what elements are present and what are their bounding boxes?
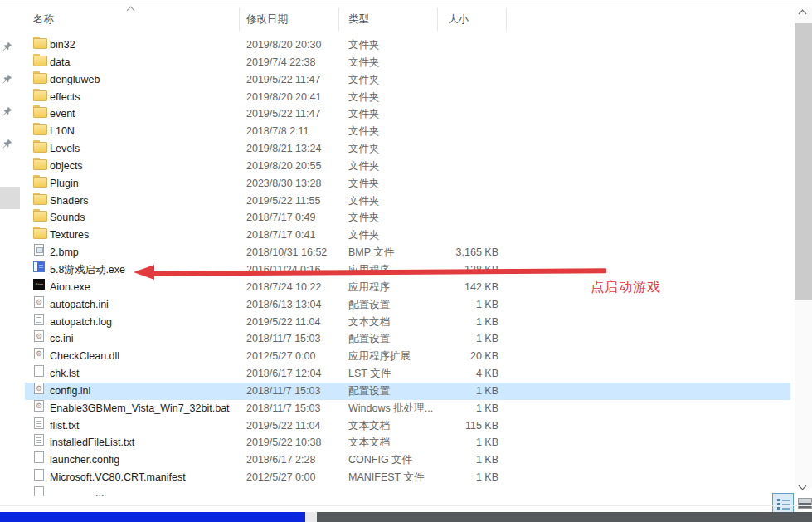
file-row[interactable]: CheckClean.dll 2012/5/27 0:00 应用程序扩展 20 … (25, 348, 790, 365)
file-row[interactable]: dengluweb 2019/5/22 11:47 文件夹 (25, 71, 790, 89)
details-view-button[interactable] (772, 493, 794, 514)
file-date: 2018/7/8 2:11 (246, 123, 309, 140)
file-date: 2023/8/30 13:28 (246, 175, 321, 193)
file-date: 2018/11/7 15:03 (246, 330, 320, 348)
file-name: Sounds (50, 209, 85, 227)
column-header-name[interactable]: 名称 (33, 12, 54, 27)
file-type: 文件夹 (348, 54, 380, 71)
column-header-date[interactable]: 修改日期 (246, 12, 288, 27)
file-row[interactable]: 2.bmp 2018/10/31 16:52 BMP 文件 3,165 KB (25, 244, 790, 261)
file-type: 文件夹 (348, 105, 380, 123)
pushpin-icon (2, 41, 12, 52)
file-row[interactable]: chk.lst 2018/6/17 12:04 LST 文件 4 KB (25, 365, 790, 383)
file-type: 文件夹 (348, 193, 380, 210)
file-name: Aion.exe (50, 279, 90, 296)
file-date: 2019/5/22 11:47 (246, 105, 320, 123)
file-row[interactable]: flist.txt 2019/5/22 11:04 文本文档 115 KB (25, 417, 790, 435)
textdoc-file-icon (34, 417, 44, 429)
file-date: 2019/5/22 11:04 (246, 314, 320, 331)
file-row[interactable]: Sounds 2018/7/17 0:49 文件夹 (25, 209, 790, 227)
file-type: 文件夹 (348, 37, 380, 54)
file-name: flist.txt (50, 417, 79, 435)
taskbar-blue-segment[interactable] (0, 512, 305, 522)
gear-file-icon (34, 400, 44, 412)
folder-file-icon (33, 37, 46, 48)
column-header-row: 名称 修改日期 类型 大小 (0, 7, 792, 32)
file-row[interactable]: ... (25, 486, 790, 496)
column-header-type[interactable]: 类型 (348, 12, 369, 27)
file-date: 2018/6/17 2:28 (246, 451, 315, 469)
file-type: 应用程序 (348, 279, 390, 296)
file-date: 2018/7/17 0:41 (246, 227, 315, 244)
annotation-label: 点启动游戏 (591, 279, 661, 296)
file-row[interactable]: event 2019/5/22 11:47 文件夹 (25, 105, 790, 123)
file-type: Windows 批处理... (348, 400, 433, 417)
file-row[interactable]: Plugin 2023/8/30 13:28 文件夹 (25, 175, 790, 193)
file-row[interactable]: Aion.exe 2018/7/24 10:22 应用程序 142 KB (25, 279, 790, 296)
file-row[interactable]: Shaders 2019/5/22 11:55 文件夹 (25, 193, 790, 210)
file-name: L10N (50, 123, 75, 140)
file-date: 2019/8/21 13:24 (246, 140, 321, 158)
image-file-icon (34, 244, 44, 256)
page-file-icon (34, 486, 44, 496)
file-row[interactable]: installedFileList.txt 2019/5/22 10:38 文本… (25, 434, 790, 451)
file-type: 文件夹 (348, 89, 380, 106)
file-name: event (50, 105, 75, 123)
file-row[interactable]: effects 2019/8/20 20:41 文件夹 (25, 89, 790, 106)
file-date: 2018/10/31 16:52 (246, 244, 327, 261)
folder-file-icon (33, 175, 46, 187)
file-name: Textures (50, 227, 89, 244)
file-type: 文件夹 (348, 123, 380, 140)
app-aion-file-icon (33, 279, 45, 290)
file-size: 1 KB (476, 314, 498, 331)
thumbnails-view-button[interactable] (798, 498, 812, 509)
textdoc-file-icon (34, 314, 44, 325)
file-row[interactable]: launcher.config 2018/6/17 2:28 CONFIG 文件… (25, 451, 790, 469)
app-blue-file-icon (33, 261, 45, 272)
file-type: 文件夹 (348, 175, 380, 193)
file-name: objects (50, 158, 83, 175)
file-row[interactable]: Enable3GBMem_Vista_Win7_32bit.bat 2018/1… (25, 400, 790, 417)
taskbar-light-segment (305, 512, 317, 522)
file-row[interactable]: data 2019/7/4 22:38 文件夹 (25, 54, 790, 71)
column-separator[interactable] (338, 7, 339, 31)
file-size: 1 KB (476, 434, 498, 451)
file-type: 文本文档 (348, 417, 390, 435)
file-type: CONFIG 文件 (348, 451, 412, 469)
file-name: autopatch.ini (50, 296, 109, 314)
file-type: BMP 文件 (348, 244, 394, 261)
column-separator[interactable] (239, 7, 240, 31)
file-row[interactable]: autopatch.ini 2018/6/13 13:04 配置设置 1 KB (25, 296, 790, 314)
gear-file-icon (34, 383, 44, 394)
file-name: CheckClean.dll (50, 348, 119, 365)
file-name: bin32 (50, 37, 75, 54)
file-size: 1 KB (476, 383, 498, 400)
file-row[interactable]: autopatch.log 2019/5/22 11:04 文本文档 1 KB (25, 314, 790, 331)
vertical-scrollbar-thumb[interactable] (795, 23, 812, 300)
textdoc-file-icon (34, 434, 44, 446)
file-name: Levels (50, 140, 80, 158)
file-date: 2012/5/27 0:00 (246, 348, 315, 365)
column-separator[interactable] (437, 7, 438, 31)
folder-file-icon (33, 158, 46, 169)
file-row[interactable]: Microsoft.VC80.CRT.manifest 2012/5/27 0:… (25, 469, 790, 486)
file-date: 2019/8/20 20:55 (246, 158, 321, 175)
file-row[interactable]: Textures 2018/7/17 0:41 文件夹 (25, 227, 790, 244)
pushpin-icon (2, 139, 12, 149)
file-row[interactable]: cc.ini 2018/11/7 15:03 配置设置 1 KB (25, 330, 790, 348)
file-row[interactable]: L10N 2018/7/8 2:11 文件夹 (25, 123, 790, 140)
column-separator[interactable] (506, 7, 507, 31)
file-date: 2018/11/7 15:03 (246, 400, 320, 417)
column-header-size[interactable]: 大小 (448, 12, 469, 27)
folder-file-icon (33, 227, 46, 238)
file-date: 2019/8/20 20:41 (246, 89, 321, 106)
file-row[interactable]: bin32 2019/8/20 20:30 文件夹 (25, 37, 790, 54)
page-file-icon (34, 365, 44, 377)
sort-ascending-icon[interactable] (127, 7, 135, 15)
pane-bottom-border (0, 505, 812, 506)
gear-file-icon (34, 348, 44, 359)
file-row[interactable]: objects 2019/8/20 20:55 文件夹 (25, 158, 790, 175)
file-row[interactable]: Levels 2019/8/21 13:24 文件夹 (25, 140, 790, 158)
file-row[interactable]: config.ini 2018/11/7 15:03 配置设置 1 KB (25, 383, 790, 400)
file-name: autopatch.log (50, 314, 112, 331)
